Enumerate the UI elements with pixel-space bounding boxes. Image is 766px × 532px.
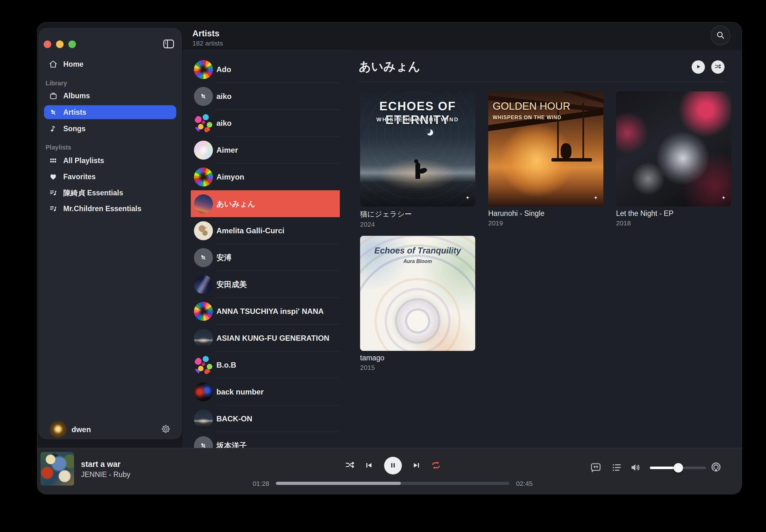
search-button[interactable]: [711, 26, 730, 45]
album-card[interactable]: Let the Night - EP 2018: [616, 91, 731, 227]
previous-track-button[interactable]: [362, 459, 376, 473]
artist-avatar: [194, 436, 213, 448]
artist-name: あいみょん: [217, 199, 255, 209]
sidebar-item-label: Mr.Children Essentials: [63, 205, 141, 213]
sidebar: Home Library Albums: [39, 28, 181, 439]
artist-row[interactable]: B.o.B: [191, 352, 340, 378]
artist-avatar: [194, 221, 213, 240]
microphone-icon: [48, 107, 58, 117]
elapsed-time: 01:28: [241, 480, 269, 487]
next-track-button[interactable]: [409, 459, 423, 473]
volume-slider-handle[interactable]: [674, 463, 683, 473]
artist-row[interactable]: aiko: [191, 110, 340, 137]
sidebar-item-songs[interactable]: Songs: [44, 122, 176, 136]
swing-rope-graphic: [583, 103, 584, 160]
page-title: Artists: [193, 29, 220, 39]
now-playing-title: start a war: [81, 460, 120, 469]
pause-button[interactable]: [384, 457, 402, 474]
play-button[interactable]: [692, 60, 705, 74]
artist-row[interactable]: 安田成美: [191, 271, 340, 298]
sidebar-toggle-icon: [162, 39, 174, 50]
artist-row[interactable]: 安溥: [191, 244, 340, 271]
shuffle-button[interactable]: [711, 60, 725, 74]
microphone-icon: [199, 254, 208, 262]
sidebar-item-label: 陳綺貞 Essentials: [63, 188, 123, 198]
gear-icon: [160, 424, 171, 435]
sidebar-item-artists[interactable]: Artists: [44, 105, 176, 119]
artist-row[interactable]: aiko: [191, 83, 340, 110]
album-card[interactable]: GOLDEN HOUR WHISPERS ON THE WIND Harunoh…: [488, 91, 604, 227]
user-name: dwen: [71, 425, 91, 434]
grid-icon: [48, 156, 58, 165]
next-track-icon: [412, 461, 421, 471]
artist-name: aiko: [217, 92, 232, 101]
artist-detail-title: あいみょん: [359, 58, 420, 75]
sidebar-item-playlist-chen-essentials[interactable]: 陳綺貞 Essentials: [44, 186, 176, 200]
volume-button[interactable]: [628, 461, 642, 475]
progress-bar[interactable]: [276, 482, 509, 485]
close-button[interactable]: [44, 40, 51, 48]
moon-graphic: [427, 129, 433, 136]
album-cover-art: Echoes of Tranquility Aura Bloom: [360, 236, 475, 351]
artist-row[interactable]: Aimyon: [191, 163, 340, 190]
home-icon: [48, 59, 58, 69]
artist-row[interactable]: ASIAN KUNG-FU GENERATION: [191, 325, 340, 352]
sidebar-item-home[interactable]: Home: [44, 57, 176, 71]
play-icon: [695, 64, 702, 71]
artist-row[interactable]: BACK-ON: [191, 405, 340, 432]
cover-subtitle: WHISPERS IN THE WIND: [360, 117, 475, 123]
album-title: tamago: [360, 354, 475, 362]
sidebar-item-label: All Playlists: [63, 156, 104, 165]
settings-button[interactable]: [159, 423, 172, 436]
sidebar-toggle-button[interactable]: [161, 37, 176, 51]
artist-row[interactable]: back number: [191, 378, 340, 405]
microphone-icon: [199, 92, 208, 101]
album-card[interactable]: ECHOES OF ETERNITY WHISPERS IN THE WIND …: [360, 91, 475, 228]
sidebar-item-label: Favorites: [63, 173, 95, 181]
sparkle-icon: [593, 195, 599, 203]
albums-box-icon: [48, 91, 58, 101]
artist-name: Amelita Galli-Curci: [217, 226, 285, 235]
artist-row[interactable]: Ado: [191, 56, 340, 83]
sidebar-item-albums[interactable]: Albums: [44, 89, 176, 103]
artist-row[interactable]: 坂本洋子: [191, 432, 340, 448]
album-card[interactable]: Echoes of Tranquility Aura Bloom tamago …: [360, 236, 475, 371]
music-note-icon: [48, 124, 58, 133]
figure-silhouette: [415, 162, 420, 179]
artist-row[interactable]: Amelita Galli-Curci: [191, 217, 340, 244]
shuffle-icon: [345, 460, 355, 471]
user-row[interactable]: dwen: [39, 417, 182, 439]
artist-name: 安田成美: [217, 279, 247, 290]
zoom-button[interactable]: [68, 40, 76, 48]
artist-row[interactable]: Aimer: [191, 137, 340, 163]
minimize-button[interactable]: [56, 40, 64, 48]
cover-subtitle: WHISPERS ON THE WIND: [493, 115, 561, 120]
playlist-note-icon: [48, 204, 58, 213]
total-time: 02:45: [516, 480, 533, 487]
page-subtitle: 182 artists: [193, 40, 223, 47]
lyrics-button[interactable]: [589, 461, 603, 475]
album-title: Let the Night - EP: [616, 209, 731, 218]
artist-name: aiko: [217, 119, 232, 128]
detail-divider: [358, 82, 726, 82]
progress-fill: [276, 482, 401, 485]
sidebar-item-all-playlists[interactable]: All Playlists: [44, 154, 176, 168]
album-year: 2019: [488, 219, 604, 227]
player-shuffle-button[interactable]: [343, 459, 357, 473]
artist-list: Ado aiko aiko Aimer Aimyon: [182, 51, 350, 448]
airplay-button[interactable]: [709, 461, 723, 475]
sidebar-item-favorites[interactable]: Favorites: [44, 170, 176, 184]
window-controls: [39, 28, 83, 51]
sidebar-item-playlist-mrchildren-essentials[interactable]: Mr.Children Essentials: [44, 202, 176, 216]
artist-name: Ado: [217, 65, 231, 74]
artist-avatar: [194, 60, 213, 79]
cover-subtitle: Aura Bloom: [360, 259, 475, 264]
desktop-background: Home Library Albums: [0, 0, 766, 532]
artist-row-selected[interactable]: あいみょん: [191, 190, 340, 217]
sidebar-item-label: Artists: [63, 108, 86, 117]
queue-button[interactable]: [610, 461, 624, 475]
repeat-button[interactable]: [429, 459, 443, 473]
artist-row[interactable]: ANNA TSUCHIYA inspi' NANA: [191, 298, 340, 325]
artist-name: BACK-ON: [217, 414, 252, 423]
artist-avatar: [194, 275, 213, 294]
